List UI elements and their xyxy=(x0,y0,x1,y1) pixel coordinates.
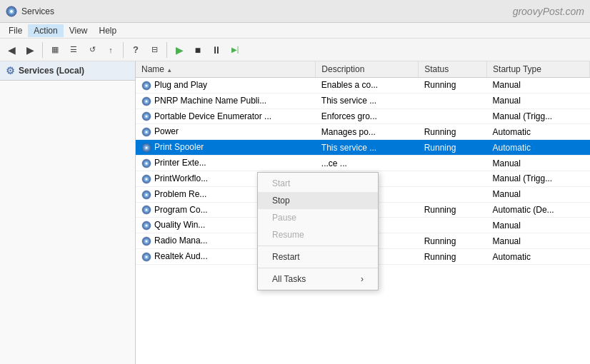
service-status-cell: Running xyxy=(419,233,487,249)
service-icon xyxy=(141,81,151,91)
service-status-cell xyxy=(419,108,487,124)
service-status-cell: Running xyxy=(419,202,487,218)
service-icon xyxy=(141,158,151,168)
service-name-cell: Power xyxy=(136,124,316,140)
toolbar-separator-2 xyxy=(123,42,124,58)
svg-point-11 xyxy=(146,116,148,118)
back-button[interactable]: ◀ xyxy=(3,41,20,59)
service-startup-cell: Manual xyxy=(487,156,590,171)
service-name-cell: PNRP Machine Name Publi... xyxy=(136,93,316,108)
menu-help[interactable]: Help xyxy=(94,24,123,37)
service-icon xyxy=(141,252,151,262)
table-row[interactable]: PowerManages po...RunningAutomatic xyxy=(136,124,590,140)
ctx-separator xyxy=(258,268,378,268)
service-name-cell: Portable Device Enumerator ... xyxy=(136,108,316,124)
list-button[interactable]: ☰ xyxy=(65,41,82,59)
ctx-pause: Pause xyxy=(258,209,378,226)
service-status-cell xyxy=(419,171,487,186)
title-bar: Services groovyPost.com xyxy=(0,0,590,23)
service-desc-cell: This service ... xyxy=(316,140,419,156)
main-content: ⚙ Services (Local) Name ▲ Description St… xyxy=(0,61,590,364)
service-desc-cell: ...ce ... xyxy=(316,156,419,171)
service-startup-cell: Automatic xyxy=(487,140,590,156)
col-header-name[interactable]: Name ▲ xyxy=(136,61,316,78)
svg-point-8 xyxy=(146,100,148,102)
svg-point-26 xyxy=(146,193,148,196)
service-startup-cell: Automatic xyxy=(487,249,590,265)
service-status-cell: Running xyxy=(419,124,487,140)
service-startup-cell: Automatic xyxy=(487,124,590,140)
toolbar-separator-1 xyxy=(42,42,43,58)
sort-arrow: ▲ xyxy=(166,67,172,74)
service-startup-cell: Manual xyxy=(487,78,590,93)
service-name-cell: Plug and Play xyxy=(136,78,316,93)
gear-icon: ⚙ xyxy=(6,65,15,76)
service-icon xyxy=(141,174,151,184)
refresh-button[interactable]: ↺ xyxy=(84,41,101,59)
table-row[interactable]: Portable Device Enumerator ...Enforces g… xyxy=(136,108,590,124)
col-header-status[interactable]: Status xyxy=(419,61,487,78)
ctx-restart[interactable]: Restart xyxy=(258,248,378,266)
table-row[interactable]: Plug and PlayEnables a co...RunningManua… xyxy=(136,78,590,93)
service-icon xyxy=(141,111,151,121)
svg-point-5 xyxy=(146,84,148,86)
right-panel: Name ▲ Description Status Startup Type P… xyxy=(136,61,590,364)
service-icon xyxy=(141,190,151,200)
export-button[interactable]: ↑ xyxy=(102,41,119,59)
svg-point-32 xyxy=(146,225,148,227)
submenu-arrow-icon: › xyxy=(361,274,364,284)
stop-button[interactable]: ■ xyxy=(189,41,206,59)
context-menu: StartStopPauseResumeRestartAll Tasks› xyxy=(257,172,379,290)
forward-button[interactable]: ▶ xyxy=(21,41,39,59)
service-startup-cell: Manual (Trigg... xyxy=(487,108,590,124)
window-title: Services xyxy=(21,6,513,16)
service-startup-cell: Manual (Trigg... xyxy=(487,171,590,186)
service-desc-cell: Manages po... xyxy=(316,124,419,140)
menu-bar: File Action View Help xyxy=(0,23,590,39)
service-name-cell: Printer Exte... xyxy=(136,156,316,171)
service-icon xyxy=(141,236,151,246)
service-startup-cell: Manual xyxy=(487,186,590,202)
help-button[interactable]: ? xyxy=(127,41,144,59)
service-status-cell xyxy=(419,156,487,171)
pause-button[interactable]: ⏸ xyxy=(208,41,225,59)
ctx-resume: Resume xyxy=(258,226,378,243)
svg-point-35 xyxy=(146,241,148,243)
service-status-cell: Running xyxy=(419,249,487,265)
service-status-cell xyxy=(419,93,487,108)
menu-action[interactable]: Action xyxy=(28,24,63,37)
service-icon xyxy=(141,205,151,215)
ctx-all-tasks[interactable]: All Tasks› xyxy=(258,271,378,288)
toolbar-separator-3 xyxy=(166,42,167,58)
service-startup-cell: Manual xyxy=(487,93,590,108)
ctx-start: Start xyxy=(258,175,378,192)
col-header-description[interactable]: Description xyxy=(316,61,419,78)
table-row[interactable]: PNRP Machine Name Publi...This service .… xyxy=(136,93,590,108)
service-icon xyxy=(141,127,151,137)
service-name-cell: Print Spooler xyxy=(136,140,316,156)
col-header-startup[interactable]: Startup Type xyxy=(487,61,590,78)
svg-point-38 xyxy=(146,256,148,258)
left-panel: ⚙ Services (Local) xyxy=(0,61,136,364)
menu-view[interactable]: View xyxy=(64,24,94,37)
toolbar: ◀ ▶ ▦ ☰ ↺ ↑ ? ⊟ ▶ ■ ⏸ ▶| xyxy=(0,39,590,61)
service-startup-cell: Automatic (De... xyxy=(487,202,590,218)
left-panel-header: ⚙ Services (Local) xyxy=(0,61,135,81)
service-status-cell xyxy=(419,186,487,202)
console-root-button[interactable]: ▦ xyxy=(46,41,64,59)
service-desc-cell: Enables a co... xyxy=(316,78,419,93)
resume-button[interactable]: ▶| xyxy=(226,41,244,59)
service-icon xyxy=(141,143,151,153)
menu-file[interactable]: File xyxy=(3,24,28,37)
svg-point-23 xyxy=(146,178,148,180)
play-button[interactable]: ▶ xyxy=(171,41,188,59)
ctx-stop[interactable]: Stop xyxy=(258,192,378,209)
watermark: groovyPost.com xyxy=(513,6,584,17)
service-desc-cell: Enforces gro... xyxy=(316,108,419,124)
table-header-row: Name ▲ Description Status Startup Type xyxy=(136,61,590,78)
table-row[interactable]: Printer Exte......ce ...Manual xyxy=(136,156,590,171)
svg-point-14 xyxy=(146,131,148,133)
service-icon xyxy=(141,96,151,106)
table-row[interactable]: Print SpoolerThis service ...RunningAuto… xyxy=(136,140,590,156)
properties-button[interactable]: ⊟ xyxy=(146,41,163,59)
